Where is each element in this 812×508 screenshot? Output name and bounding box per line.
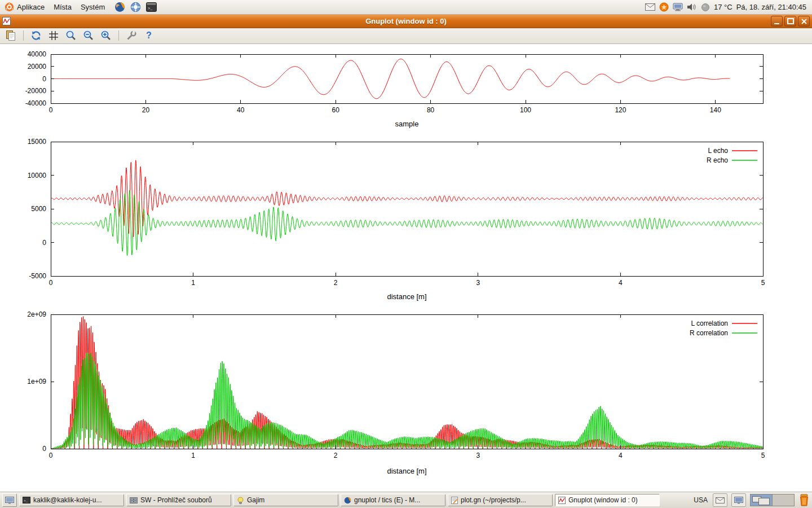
mail-notification-icon[interactable] — [645, 3, 655, 11]
workspace-switcher[interactable] — [750, 494, 795, 506]
taskbar-item-label: plot.gn (~/projects/p... — [461, 496, 526, 504]
svg-text:>_: >_ — [24, 499, 28, 503]
svg-text:5: 5 — [761, 279, 765, 287]
window-titlebar[interactable]: Gnuplot (window id : 0) — [0, 14, 812, 28]
menu-places[interactable]: Místa — [49, 0, 76, 14]
terminal-launcher[interactable]: >_ — [144, 1, 158, 14]
toolbar-separator — [23, 30, 24, 41]
svg-text:60: 60 — [332, 106, 340, 114]
firefox-icon — [114, 2, 125, 12]
weather-icon[interactable] — [701, 3, 710, 12]
svg-text:100: 100 — [520, 106, 531, 114]
panel-tray: 17 °C Pá, 18. září, 21:40:45 — [645, 2, 812, 12]
help-button[interactable]: ? — [142, 29, 156, 42]
help-question-icon: ? — [146, 31, 152, 40]
taskbar-item-label: kaklik@kaklik-kolej-u... — [33, 496, 102, 504]
svg-text:sample: sample — [395, 120, 419, 128]
menu-system-label: Systém — [81, 3, 105, 11]
zoom-region-button[interactable] — [64, 29, 78, 42]
temperature-label[interactable]: 17 °C — [714, 3, 732, 11]
zoom-next-button[interactable] — [99, 29, 113, 42]
svg-text:distance [m]: distance [m] — [387, 292, 426, 301]
svg-text:10000: 10000 — [28, 172, 47, 179]
svg-text:140: 140 — [710, 106, 721, 114]
trash-applet[interactable] — [798, 494, 810, 506]
maximize-button[interactable] — [784, 16, 796, 27]
copy-to-clipboard-button[interactable] — [4, 29, 17, 42]
minimize-button[interactable] — [771, 16, 783, 27]
svg-text:1e+09: 1e+09 — [27, 378, 46, 386]
taskbar-item-editor[interactable]: plot.gn (~/projects/p... — [448, 494, 553, 506]
svg-text:20: 20 — [142, 106, 150, 114]
svg-text:>_: >_ — [148, 6, 153, 11]
waveform-chart: 020406080100120140-40000-200000200004000… — [0, 50, 812, 135]
svg-text:-5000: -5000 — [29, 272, 46, 280]
zoom-previous-icon — [83, 30, 94, 41]
mail-icon — [716, 497, 725, 503]
toggle-grid-button[interactable] — [47, 29, 60, 42]
gnuplot-toolbar: ? — [0, 27, 812, 44]
panel-launchers: >_ — [113, 1, 158, 14]
configure-button[interactable] — [125, 29, 138, 42]
taskbar-item-label: Gajim — [247, 496, 264, 504]
top-panel: Aplikace Místa Systém >_ — [0, 0, 812, 15]
taskbar-item-label: SW - Prohlížeč souborů — [140, 496, 212, 504]
zoom-next-icon — [100, 30, 112, 41]
svg-text:0: 0 — [49, 452, 53, 459]
svg-text:80: 80 — [427, 106, 435, 114]
keyboard-layout-indicator[interactable]: USA — [692, 496, 709, 504]
help-launcher[interactable] — [129, 1, 142, 14]
minimize-icon — [774, 19, 779, 24]
svg-text:40000: 40000 — [28, 50, 47, 58]
gnuplot-canvas: 020406080100120140-40000-200000200004000… — [0, 45, 812, 492]
firefox-launcher[interactable] — [113, 1, 126, 14]
menu-system[interactable]: Systém — [76, 0, 109, 14]
taskbar-item-gajim[interactable]: Gajim — [233, 494, 338, 506]
taskbar-item-file-manager[interactable]: SW - Prohlížeč souborů — [126, 494, 231, 506]
svg-text:0: 0 — [49, 106, 53, 114]
volume-icon[interactable] — [687, 3, 697, 11]
taskbar-item-label: Gnuplot (window id : 0) — [568, 496, 638, 504]
close-button[interactable] — [798, 16, 810, 27]
gnuplot-window-icon — [2, 17, 11, 25]
svg-text:0: 0 — [42, 239, 46, 247]
workspace-1[interactable] — [751, 494, 772, 506]
svg-text:0: 0 — [42, 445, 46, 453]
replot-button[interactable] — [29, 29, 43, 42]
svg-text:20000: 20000 — [28, 63, 47, 71]
maximize-icon — [787, 18, 794, 24]
remote-display-icon[interactable] — [673, 3, 683, 11]
terminal-icon: >_ — [146, 2, 157, 12]
svg-text:5: 5 — [761, 452, 765, 459]
window-controls — [771, 16, 812, 27]
workspace-2[interactable] — [772, 494, 794, 506]
svg-text:0: 0 — [42, 75, 46, 83]
svg-text:-40000: -40000 — [25, 99, 47, 107]
bottom-taskbar: >_ kaklik@kaklik-kolej-u... SW - Prohlíž… — [0, 492, 812, 508]
menu-places-label: Místa — [54, 3, 72, 11]
taskbar-item-firefox[interactable]: gnuplot / tics (E) - M... — [341, 494, 445, 506]
svg-text:1: 1 — [191, 279, 195, 287]
trash-icon — [798, 494, 810, 506]
taskbar-item-gnuplot[interactable]: Gnuplot (window id : 0) — [555, 494, 660, 506]
svg-text:2: 2 — [334, 452, 338, 459]
menu-applications[interactable]: Aplikace — [0, 0, 49, 14]
text-editor-icon — [451, 497, 458, 504]
zoom-previous-button[interactable] — [82, 29, 95, 42]
clock[interactable]: Pá, 18. září, 21:40:45 — [736, 3, 806, 11]
update-notifier-icon[interactable] — [659, 2, 669, 12]
terminal-icon: >_ — [23, 497, 30, 503]
svg-text:0: 0 — [49, 279, 53, 287]
copy-icon — [5, 30, 16, 41]
show-desktop-button[interactable] — [2, 493, 17, 507]
svg-text:L correlation: L correlation — [691, 319, 728, 327]
svg-text:40: 40 — [237, 106, 245, 114]
svg-text:2e+09: 2e+09 — [27, 310, 46, 318]
taskbar-item-terminal[interactable]: >_ kaklik@kaklik-kolej-u... — [19, 494, 124, 506]
gajim-icon — [237, 497, 244, 504]
menu-applications-label: Aplikace — [17, 3, 45, 11]
screen-applet[interactable] — [731, 493, 746, 507]
mail-applet[interactable] — [713, 493, 727, 507]
svg-text:3: 3 — [476, 452, 480, 459]
svg-text:L echo: L echo — [708, 147, 728, 155]
